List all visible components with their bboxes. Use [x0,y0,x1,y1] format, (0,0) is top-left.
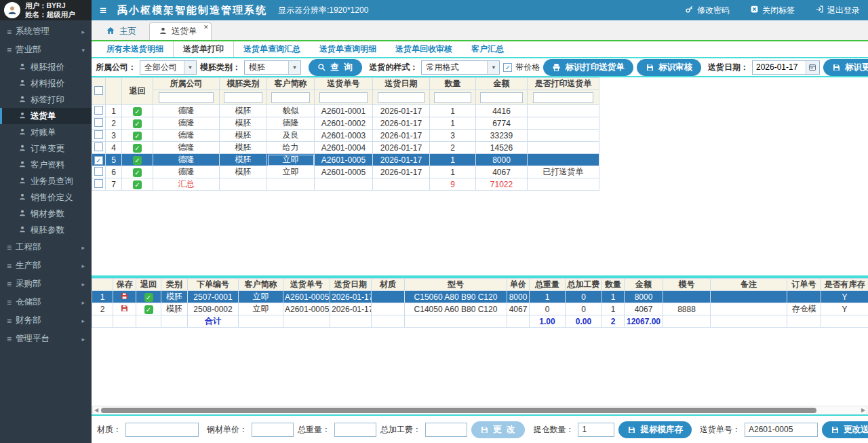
column-header[interactable]: 客户简称 [267,78,315,90]
change-delivery-no-button[interactable]: 更改送货单号 [822,421,868,438]
column-header[interactable]: 模号 [663,279,711,291]
totals-row[interactable]: 合计1.000.00212067.00 [92,315,868,328]
tab-1[interactable]: 主页 [97,22,145,40]
mark-mold-stock-button[interactable]: 提标模库存 [618,421,692,438]
row-checkbox-cell[interactable] [92,130,106,142]
row-checkbox[interactable]: ✓ [94,156,103,165]
row-checkbox[interactable] [94,179,103,188]
approved-check-icon[interactable]: ✓ [133,168,142,177]
back-status-cell[interactable]: ✓ [122,117,153,130]
pickup-qty-input[interactable] [578,423,614,437]
column-header[interactable]: 金额 [625,279,663,291]
column-header[interactable]: 保存 [113,279,136,291]
sidebar-subitem-2[interactable]: 材料报价 [0,75,92,92]
back-status-cell[interactable]: ✓ [136,303,161,315]
sidebar-item-2[interactable]: ≡营业部▾ [0,41,92,59]
chevron-down-icon[interactable]: ▼ [184,61,196,74]
column-header[interactable]: 送货单号 [315,78,373,90]
table-row[interactable]: ✓5✓德隆模胚立即A2601-00052026-01-1718000 [92,154,599,166]
scroll-right-arrow-icon[interactable]: ▶ [860,406,867,414]
sidebar-item-7[interactable]: ≡财务部▸ [0,311,92,330]
table-row[interactable]: 2✓模胚2508-0002立即A2601-00052026-01-17C1405… [92,303,868,315]
save-cell[interactable] [113,291,136,303]
sidebar-subitem-10[interactable]: 钢材参数 [0,206,92,222]
row-checkbox-cell[interactable] [92,166,106,178]
company-select[interactable]: 全部公司 ▼ [140,60,197,75]
approved-check-icon[interactable]: ✓ [133,132,142,140]
total-weight-input[interactable] [334,423,376,437]
column-header[interactable]: 客户简称 [239,279,283,291]
row-checkbox[interactable] [94,118,103,127]
category-select[interactable]: 模胚 ▼ [244,60,301,75]
sidebar-item-4[interactable]: ≡生产部▸ [0,256,92,275]
subtab-1[interactable]: 所有未送货明细 [97,41,173,57]
table-row[interactable]: 3✓德隆模胚及良A2601-00032026-01-17333239 [92,130,599,142]
column-filter-input[interactable] [378,92,425,103]
column-header[interactable]: 材质 [372,279,405,291]
column-header[interactable]: 所属公司 [153,78,220,90]
save-cell[interactable] [113,303,136,315]
row-checkbox-cell[interactable] [92,178,106,191]
column-filter-input[interactable] [271,92,310,103]
column-header[interactable]: 退回 [136,279,161,291]
row-checkbox[interactable] [94,130,103,139]
close-icon[interactable]: ✕ [203,24,209,31]
column-filter-input[interactable] [434,92,471,103]
column-header[interactable]: 总加工费 [566,279,602,291]
column-filter-input[interactable] [159,92,214,103]
column-header[interactable]: 总重量 [530,279,566,291]
column-header[interactable]: 型号 [405,279,507,291]
subtab-4[interactable]: 送货单查询明细 [310,41,386,57]
chevron-down-icon[interactable]: ▼ [288,61,300,74]
delivery-date-input[interactable] [753,61,806,74]
menu-toggle-icon[interactable]: ≡ [100,5,106,16]
column-header[interactable]: 数量 [602,279,625,291]
sidebar-subitem-9[interactable]: 销售价定义 [0,189,92,206]
mark-print-delivery-button[interactable]: 标识打印送货单 [543,59,633,76]
chevron-down-icon[interactable]: ▼ [487,61,499,74]
sidebar-item-1[interactable]: ≡系统管理▸ [0,22,92,41]
back-status-cell[interactable]: ✓ [122,154,153,166]
save-floppy-icon[interactable] [120,305,129,315]
table-row[interactable]: 1✓德隆模胚貌似A2601-00012026-01-1714416 [92,105,599,117]
style-select[interactable]: 常用格式 ▼ [421,60,500,75]
select-all-checkbox-cell[interactable] [92,78,106,105]
subtab-5[interactable]: 送货单回收审核 [386,41,462,57]
approved-check-icon[interactable]: ✓ [133,119,142,128]
approved-check-icon[interactable]: ✓ [133,180,142,189]
column-header[interactable]: 送货日期 [330,279,372,291]
sidebar-item-8[interactable]: ≡管理平台▸ [0,330,92,348]
sidebar-subitem-1[interactable]: 模胚报价 [0,59,92,75]
column-header[interactable]: 是否打印送货单 [528,78,599,90]
close-tabs-button[interactable]: 关闭标签 [750,5,795,16]
sidebar-subitem-8[interactable]: 业务员查询 [0,173,92,189]
column-header[interactable]: 送货单号 [283,279,330,291]
subtab-2[interactable]: 送货单打印 [173,41,234,57]
column-header[interactable]: 类别 [161,279,188,291]
row-checkbox[interactable] [94,106,103,115]
back-status-cell[interactable]: ✓ [122,178,153,191]
column-header[interactable]: 金额 [476,78,528,90]
table-row[interactable]: 4✓德隆模胚给力A2601-00042026-01-17214526 [92,142,599,154]
row-checkbox-cell[interactable] [92,142,106,154]
column-header[interactable]: 数量 [430,78,476,90]
back-status-cell[interactable]: ✓ [136,291,161,303]
column-header[interactable]: 下单编号 [188,279,239,291]
row-checkbox[interactable] [94,167,103,176]
table-row[interactable]: 2✓德隆模胚德隆A2601-00022026-01-1716774 [92,117,599,130]
sidebar-subitem-5[interactable]: 对账单 [0,124,92,140]
save-floppy-icon[interactable] [120,293,129,303]
column-filter-input[interactable] [533,92,593,103]
subtab-6[interactable]: 客户汇总 [462,41,513,57]
tab-2[interactable]: 送货单✕ [149,22,212,40]
column-header[interactable]: 订单号 [787,279,821,291]
row-checkbox-cell[interactable]: ✓ [92,154,106,166]
sidebar-subitem-4[interactable]: 送货单 [0,108,92,124]
sidebar-item-5[interactable]: ≡采购部▸ [0,275,92,293]
table-row[interactable]: 1✓模胚2507-0001立即A2601-00052026-01-17C1506… [92,291,868,303]
column-header[interactable]: 备注 [711,279,787,291]
approved-check-icon[interactable]: ✓ [133,156,142,165]
table-row[interactable]: 6✓德隆模胚立即A2601-00052026-01-1714067已打送货单 [92,166,599,178]
scroll-left-arrow-icon[interactable]: ◀ [93,406,100,414]
sidebar-subitem-11[interactable]: 模胚参数 [0,222,92,238]
